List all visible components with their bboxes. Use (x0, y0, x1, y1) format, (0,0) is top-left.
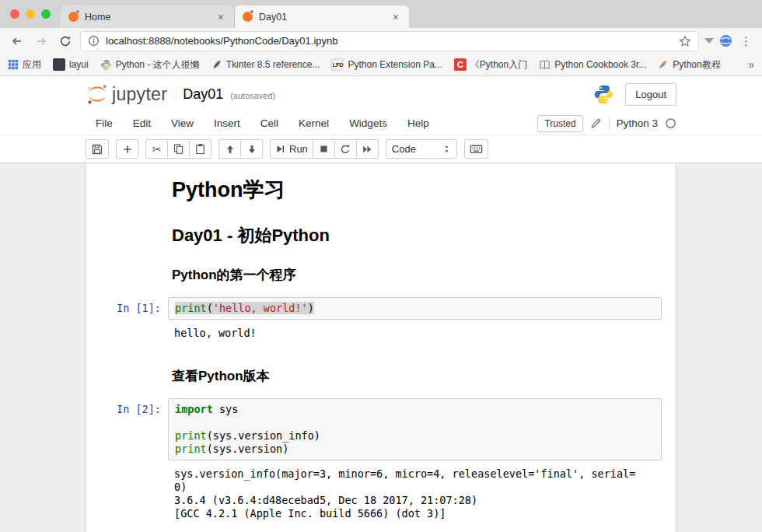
divider (609, 117, 610, 130)
notebook-title[interactable]: Day01 (183, 86, 223, 103)
browser-toolbar: localhost:8888/notebooks/PythonCode/Day0… (0, 28, 762, 54)
move-cell-up-button[interactable] (218, 139, 241, 159)
keyboard-icon (470, 142, 483, 156)
bookmark-tkinter[interactable]: Tkinter 8.5 reference... (211, 59, 320, 70)
notebook-heading2: Day01 - 初始Python (172, 224, 662, 247)
tab-close-icon[interactable]: × (215, 11, 226, 23)
page-info-icon[interactable] (88, 35, 100, 47)
menu-help[interactable]: Help (397, 112, 439, 135)
menu-kernel[interactable]: Kernel (288, 112, 339, 135)
jupyter-favicon-icon (243, 12, 253, 22)
menu-view[interactable]: View (161, 112, 204, 135)
code-input-1[interactable]: print('hello, world!') (168, 297, 662, 320)
jupyter-menubar: File Edit View Insert Cell Kernel Widget… (0, 112, 762, 135)
markdown-cell-first-program[interactable]: Python的第一个程序 (168, 266, 662, 284)
bookmark-python-blog[interactable]: Python - 这个人很懒 (100, 58, 200, 72)
close-window-button[interactable] (10, 9, 19, 19)
logout-button[interactable]: Logout (625, 83, 676, 106)
input-prompt: In [1]: (86, 297, 168, 314)
cell-type-value: Code (392, 143, 416, 155)
command-palette-button[interactable] (464, 139, 488, 159)
save-button[interactable] (86, 139, 109, 159)
run-cell-button[interactable]: Run (270, 139, 313, 159)
apps-grid-icon (8, 59, 19, 70)
bookmark-label: 《Python入门 (470, 58, 527, 72)
scissors-icon: ✂ (152, 143, 162, 156)
jupyter-logo-icon (86, 82, 109, 106)
stop-icon (319, 144, 329, 154)
notebook-heading3: Python的第一个程序 (172, 266, 662, 284)
menu-file[interactable]: File (86, 112, 123, 135)
move-cell-down-button[interactable] (240, 139, 263, 159)
c-favicon-icon: C (454, 58, 467, 71)
bookmark-label: Python教程 (673, 58, 720, 72)
browser-tab-home[interactable]: Home × (61, 5, 235, 28)
output-text-1: hello, world! (168, 320, 662, 346)
paste-icon (194, 143, 206, 155)
bookmark-label: Python Cookbook 3r... (554, 59, 646, 70)
jupyter-toolbar: ✂ Run (0, 135, 762, 163)
browser-window: Home × Day01 × localhost:8888/notebooks/… (0, 0, 762, 532)
copy-icon (173, 143, 184, 155)
output-text-2: sys.version_info(major=3, minor=6, micro… (168, 460, 662, 527)
bookmarks-overflow-icon[interactable]: » (748, 58, 754, 71)
plus-icon (122, 144, 133, 155)
copy-cell-button[interactable] (167, 139, 190, 159)
menu-insert[interactable]: Insert (204, 112, 250, 135)
arrow-down-icon (246, 144, 257, 155)
cut-cell-button[interactable]: ✂ (145, 139, 168, 159)
forward-icon[interactable] (32, 32, 51, 51)
colorful-feather-icon (658, 59, 669, 70)
bookmark-label: Python - 这个人很懒 (116, 58, 200, 72)
bookmark-label: Python Extension Pa... (348, 59, 442, 70)
jupyter-header: jupyter Day01 (autosaved) Logout (0, 76, 762, 112)
minimize-window-button[interactable] (26, 9, 35, 19)
bookmark-lfd[interactable]: LFD Python Extension Pa... (331, 58, 442, 71)
lfd-favicon-icon: LFD (331, 58, 344, 71)
download-indicator-icon[interactable] (704, 38, 714, 44)
menu-cell[interactable]: Cell (250, 112, 288, 135)
feather-icon (211, 59, 222, 70)
bookmark-cookbook[interactable]: Python Cookbook 3r... (539, 59, 646, 71)
fast-forward-icon (362, 144, 372, 155)
select-arrows-icon (442, 144, 451, 154)
markdown-cell-day[interactable]: Day01 - 初始Python (168, 224, 662, 247)
extension-icon[interactable] (719, 34, 732, 47)
interrupt-kernel-button[interactable] (313, 139, 335, 159)
bookmark-layui[interactable]: layui (53, 58, 89, 71)
bookmark-python-tutorial[interactable]: Python教程 (658, 58, 720, 72)
markdown-cell-title[interactable]: Python学习 (168, 176, 662, 204)
insert-cell-button[interactable] (116, 139, 138, 159)
markdown-cell-version[interactable]: 查看Python版本 (168, 367, 662, 385)
fullscreen-window-button[interactable] (41, 9, 51, 19)
output-area-1: hello, world! (86, 320, 676, 346)
bookmark-star-icon[interactable] (679, 35, 691, 47)
bookmark-label: Tkinter 8.5 reference... (226, 59, 320, 70)
menu-widgets[interactable]: Widgets (339, 112, 397, 135)
code-cell-1[interactable]: In [1]: print('hello, world!') (86, 297, 676, 320)
input-prompt: In [2]: (86, 398, 168, 415)
tab-title: Day01 (259, 12, 384, 23)
browser-menu-icon[interactable]: ⋮ (738, 34, 754, 48)
bookmark-python-intro[interactable]: C 《Python入门 (454, 58, 527, 72)
restart-kernel-button[interactable] (334, 139, 357, 159)
bookmark-apps[interactable]: 应用 (8, 58, 41, 72)
save-icon (91, 143, 103, 156)
cell-type-dropdown[interactable]: Code (386, 139, 457, 159)
code-cell-2[interactable]: In [2]: import sys print(sys.version_inf… (86, 398, 676, 460)
tab-strip: Home × Day01 × (0, 0, 762, 28)
restart-run-all-button[interactable] (356, 139, 379, 159)
bookmark-label: 应用 (23, 58, 41, 72)
jupyter-logo[interactable]: jupyter (86, 82, 167, 106)
book-icon (539, 59, 551, 71)
code-input-2[interactable]: import sys print(sys.version_info) print… (168, 398, 662, 460)
run-label: Run (289, 143, 308, 155)
back-icon[interactable] (8, 32, 26, 51)
tab-close-icon[interactable]: × (390, 11, 401, 23)
trusted-button[interactable]: Trusted (537, 115, 582, 132)
browser-tab-day01[interactable]: Day01 × (235, 5, 409, 28)
reload-icon[interactable] (56, 32, 75, 51)
paste-cell-button[interactable] (189, 139, 211, 159)
url-bar[interactable]: localhost:8888/notebooks/PythonCode/Day0… (80, 31, 699, 51)
menu-edit[interactable]: Edit (123, 112, 161, 135)
